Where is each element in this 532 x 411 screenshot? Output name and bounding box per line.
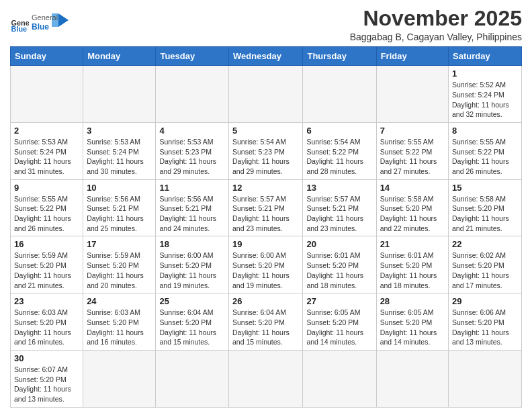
- day-number-14: 14: [380, 183, 445, 193]
- day-info-14: Sunrise: 5:58 AMSunset: 5:20 PMDaylight:…: [380, 194, 445, 234]
- day-number-26: 26: [232, 296, 299, 306]
- day-number-16: 16: [14, 239, 79, 249]
- day-info-23: Sunrise: 6:03 AMSunset: 5:20 PMDaylight:…: [14, 308, 79, 347]
- header-monday: Monday: [83, 47, 156, 66]
- day-number-1: 1: [452, 68, 518, 79]
- calendar-row-next: 16Sunrise: 5:59 AMSunset: 5:20 PMDayligh…: [11, 236, 522, 293]
- calendar-header-row: Sunday Monday Tuesday Wednesday Thursday…: [11, 47, 522, 66]
- location: Baggabag B, Cagayan Valley, Philippines: [350, 32, 522, 42]
- day-info-28: Sunrise: 6:05 AMSunset: 5:20 PMDaylight:…: [380, 308, 445, 347]
- day-number-4: 4: [159, 126, 225, 136]
- day-number-12: 12: [232, 183, 299, 193]
- day-info-26: Sunrise: 6:04 AMSunset: 5:20 PMDaylight:…: [232, 308, 299, 347]
- day-info-17: Sunrise: 5:59 AMSunset: 5:20 PMDaylight:…: [87, 250, 152, 290]
- day-info-19: Sunrise: 6:00 AMSunset: 5:20 PMDaylight:…: [232, 250, 299, 290]
- day-number-3: 3: [87, 126, 152, 136]
- day-info-11: Sunrise: 5:56 AMSunset: 5:21 PMDaylight:…: [159, 194, 225, 234]
- day-info-18: Sunrise: 6:00 AMSunset: 5:20 PMDaylight:…: [159, 250, 225, 290]
- day-info-30: Sunrise: 6:07 AMSunset: 5:20 PMDaylight:…: [14, 365, 79, 404]
- day-info-15: Sunrise: 5:58 AMSunset: 5:20 PMDaylight:…: [452, 194, 518, 234]
- day-number-29: 29: [452, 296, 518, 306]
- day-number-30: 30: [14, 353, 79, 363]
- day-info-1: Sunrise: 5:52 AMSunset: 5:24 PMDaylight:…: [452, 80, 518, 120]
- day-info-27: Sunrise: 6:05 AMSunset: 5:20 PMDaylight:…: [306, 308, 372, 347]
- day-info-29: Sunrise: 6:06 AMSunset: 5:20 PMDaylight:…: [452, 308, 518, 347]
- header-friday: Friday: [376, 47, 448, 66]
- day-info-4: Sunrise: 5:53 AMSunset: 5:23 PMDaylight:…: [159, 137, 225, 177]
- calendar-row-next: 23Sunrise: 6:03 AMSunset: 5:20 PMDayligh…: [11, 293, 522, 351]
- day-number-19: 19: [232, 239, 299, 249]
- day-number-18: 18: [159, 239, 225, 249]
- svg-text:Blue: Blue: [11, 25, 28, 33]
- header-sunday: Sunday: [11, 47, 83, 66]
- header-wednesday: Wednesday: [229, 47, 303, 66]
- calendar-table: Sunday Monday Tuesday Wednesday Thursday…: [10, 46, 522, 408]
- day-number-11: 11: [159, 183, 225, 193]
- day-number-5: 5: [232, 126, 299, 136]
- day-info-9: Sunrise: 5:55 AMSunset: 5:22 PMDaylight:…: [14, 194, 79, 234]
- day-number-23: 23: [14, 296, 79, 306]
- day-info-20: Sunrise: 6:01 AMSunset: 5:20 PMDaylight:…: [306, 250, 372, 290]
- day-info-10: Sunrise: 5:56 AMSunset: 5:21 PMDaylight:…: [87, 194, 152, 234]
- day-number-9: 9: [14, 183, 79, 193]
- day-number-6: 6: [306, 126, 372, 136]
- day-number-21: 21: [380, 239, 445, 249]
- calendar-row-next: 2Sunrise: 5:53 AMSunset: 5:24 PMDaylight…: [11, 122, 522, 179]
- day-info-21: Sunrise: 6:01 AMSunset: 5:20 PMDaylight:…: [380, 250, 445, 290]
- day-number-13: 13: [306, 183, 372, 193]
- day-number-27: 27: [306, 296, 372, 306]
- day-info-3: Sunrise: 5:53 AMSunset: 5:24 PMDaylight:…: [87, 137, 152, 177]
- calendar-row-1: 1Sunrise: 5:52 AMSunset: 5:24 PMDaylight…: [11, 66, 522, 123]
- day-info-22: Sunrise: 6:02 AMSunset: 5:20 PMDaylight:…: [452, 250, 518, 290]
- svg-text:General: General: [32, 13, 58, 21]
- svg-text:Blue: Blue: [32, 22, 49, 32]
- day-number-20: 20: [306, 239, 372, 249]
- calendar-row-next: 9Sunrise: 5:55 AMSunset: 5:22 PMDaylight…: [11, 179, 522, 236]
- day-number-24: 24: [87, 296, 152, 306]
- day-info-2: Sunrise: 5:53 AMSunset: 5:24 PMDaylight:…: [14, 137, 79, 177]
- day-number-7: 7: [380, 126, 445, 136]
- header-saturday: Saturday: [449, 47, 522, 66]
- day-info-24: Sunrise: 6:03 AMSunset: 5:20 PMDaylight:…: [87, 308, 152, 347]
- day-number-2: 2: [14, 126, 79, 136]
- day-number-15: 15: [452, 183, 518, 193]
- day-info-12: Sunrise: 5:57 AMSunset: 5:21 PMDaylight:…: [232, 194, 299, 234]
- calendar-row-next: 30Sunrise: 6:07 AMSunset: 5:20 PMDayligh…: [11, 350, 522, 407]
- day-info-5: Sunrise: 5:54 AMSunset: 5:23 PMDaylight:…: [232, 137, 299, 177]
- title-area: November 2025 Baggabag B, Cagayan Valley…: [350, 7, 522, 42]
- generalblue-logo-svg: General Blue: [32, 11, 79, 36]
- day-number-22: 22: [452, 239, 518, 249]
- month-title: November 2025: [350, 7, 522, 30]
- day-number-8: 8: [452, 126, 518, 136]
- day-number-10: 10: [87, 183, 152, 193]
- day-number-25: 25: [159, 296, 225, 306]
- day-info-6: Sunrise: 5:54 AMSunset: 5:22 PMDaylight:…: [306, 137, 372, 177]
- page-header: General Blue General Blue November 2025 …: [10, 7, 522, 42]
- day-info-16: Sunrise: 5:59 AMSunset: 5:20 PMDaylight:…: [14, 250, 79, 290]
- day-info-8: Sunrise: 5:55 AMSunset: 5:22 PMDaylight:…: [452, 137, 518, 177]
- day-number-17: 17: [87, 239, 152, 249]
- day-number-28: 28: [380, 296, 445, 306]
- svg-marker-2: [58, 13, 69, 27]
- day-info-13: Sunrise: 5:57 AMSunset: 5:21 PMDaylight:…: [306, 194, 372, 234]
- day-info-25: Sunrise: 6:04 AMSunset: 5:20 PMDaylight:…: [159, 308, 225, 347]
- header-tuesday: Tuesday: [156, 47, 229, 66]
- header-thursday: Thursday: [303, 47, 376, 66]
- logo-icon: General Blue: [10, 14, 29, 33]
- logo: General Blue General Blue: [10, 11, 79, 36]
- day-info-7: Sunrise: 5:55 AMSunset: 5:22 PMDaylight:…: [380, 137, 445, 177]
